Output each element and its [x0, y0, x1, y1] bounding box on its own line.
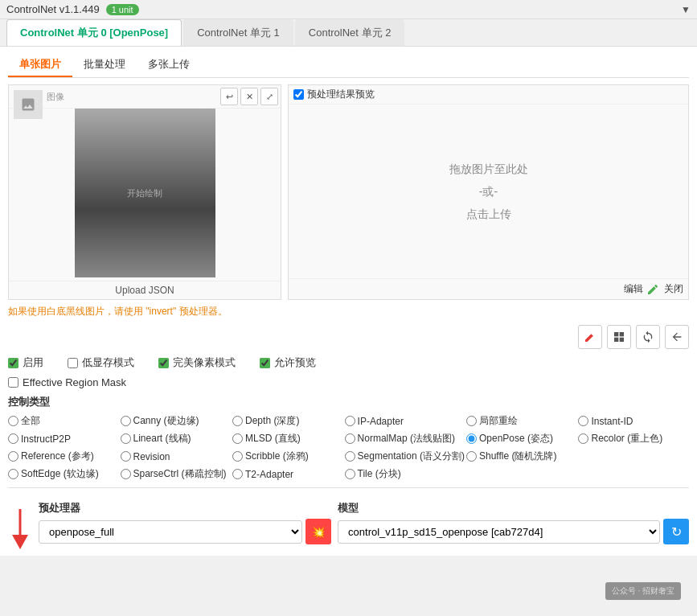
radio-all[interactable]: 全部 — [8, 414, 119, 428]
enable-checkbox[interactable] — [8, 358, 18, 368]
unit-tab-1[interactable]: ControlNet 单元 1 — [183, 19, 293, 46]
radio-normalmap[interactable]: NormalMap (法线贴图) — [345, 432, 465, 446]
checkbox-low-vram[interactable]: 低显存模式 — [68, 355, 134, 370]
radio-openpose[interactable]: OpenPose (姿态) — [466, 432, 577, 446]
unit-tab-2[interactable]: ControlNet 单元 2 — [295, 19, 405, 46]
checkbox-enable[interactable]: 启用 — [8, 355, 43, 370]
svg-rect-6 — [123, 211, 167, 264]
svg-point-12 — [147, 134, 154, 139]
preprocess-preview-toggle[interactable]: 预处理结果预览 — [293, 88, 375, 101]
control-type-label: 控制类型 — [8, 395, 689, 409]
image-upload-left[interactable]: 图像 ↩ ✕ ⤢ — [8, 84, 281, 300]
radio-reference[interactable]: Reference (参考) — [8, 450, 119, 463]
upload-json-label[interactable]: Upload JSON — [9, 281, 281, 299]
radio-grid: 全部 Canny (硬边缘) Depth (深度) IP-Adapter 局部重… — [8, 414, 689, 481]
preprocessor-model-row: 预处理器 openpose_full openpose openpose_fac… — [39, 501, 689, 544]
unit-tab-0[interactable]: ControlNet 单元 0 [OpenPose] — [6, 19, 182, 46]
model-label: 模型 — [338, 501, 689, 515]
action-icons-row — [8, 325, 689, 349]
clear-btn[interactable]: ✕ — [240, 88, 258, 105]
radio-instant-id[interactable]: Instant-ID — [578, 414, 689, 428]
preprocess-preview-label: 预处理结果预览 — [307, 88, 375, 101]
divider — [8, 487, 689, 488]
top-bar-left: ControlNet v1.1.449 1 unit — [6, 3, 139, 15]
radio-recolor[interactable]: Recolor (重上色) — [578, 432, 689, 446]
region-mask-checkbox[interactable] — [8, 377, 18, 388]
action-btn-3[interactable] — [636, 325, 660, 349]
checkbox-perfect-pixel[interactable]: 完美像素模式 — [158, 355, 236, 370]
uploaded-image: 开始绘制 — [75, 109, 215, 277]
undo-btn[interactable]: ↩ — [220, 88, 238, 105]
image-upload-right[interactable]: 预处理结果预览 拖放图片至此处 -或- 点击上传 编辑 — [288, 84, 689, 300]
svg-rect-13 — [614, 332, 618, 336]
svg-point-2 — [130, 115, 159, 150]
fire-button[interactable]: 💥 — [305, 519, 331, 544]
main-container: ControlNet v1.1.449 1 unit ▼ ControlNet … — [0, 0, 697, 556]
preprocessor-label: 预处理器 — [39, 501, 331, 515]
preprocess-preview-checkbox[interactable] — [293, 89, 304, 100]
image-right-toolbar: 预处理结果预览 — [289, 85, 688, 105]
watermark-overlay: 公众号 · 招财奢宝 — [605, 582, 681, 600]
drop-hint: 拖放图片至此处 -或- 点击上传 — [449, 158, 528, 225]
image-section: 图像 ↩ ✕ ⤢ — [8, 84, 689, 300]
svg-rect-14 — [620, 332, 624, 336]
watermark: 开始绘制 — [127, 187, 162, 199]
low-vram-checkbox[interactable] — [68, 358, 78, 368]
radio-segmentation[interactable]: Segmentation (语义分割) — [345, 450, 465, 463]
preprocessor-section: 预处理器 openpose_full openpose openpose_fac… — [39, 501, 331, 544]
edit-button[interactable]: 编辑 — [624, 282, 659, 296]
unit-badge: 1 unit — [106, 4, 139, 15]
radio-instructp2p[interactable]: InstructP2P — [8, 432, 119, 446]
arrow-indicator — [8, 495, 32, 549]
checkbox-allow-preview[interactable]: 允许预览 — [260, 355, 316, 370]
expand-btn[interactable]: ⤢ — [260, 88, 278, 105]
model-select[interactable]: control_v11p_sd15_openpose [cab727d4] — [338, 520, 660, 544]
unit-tabs: ControlNet 单元 0 [OpenPose] ControlNet 单元… — [0, 19, 697, 47]
svg-point-11 — [136, 134, 142, 139]
content-area: 单张图片 批量处理 多张上传 图像 ↩ ✕ ⤢ — [0, 47, 697, 556]
radio-inpaint[interactable]: 局部重绘 — [466, 414, 577, 428]
radio-shuffle[interactable]: Shuffle (随机洗牌) — [466, 450, 577, 463]
radio-sparsectrl[interactable]: SparseCtrl (稀疏控制) — [121, 467, 232, 481]
radio-mlsd[interactable]: MLSD (直线) — [232, 432, 343, 446]
tab-multi-upload[interactable]: 多张上传 — [137, 53, 201, 77]
svg-rect-16 — [620, 338, 624, 342]
svg-rect-9 — [125, 273, 142, 277]
selects-area: 预处理器 openpose_full openpose openpose_fac… — [39, 495, 689, 544]
sub-tabs: 单张图片 批量处理 多张上传 — [8, 53, 689, 78]
radio-ip-adapter[interactable]: IP-Adapter — [345, 414, 465, 428]
radio-t2adapter[interactable]: T2-Adapter — [232, 467, 343, 481]
collapse-arrow[interactable]: ▼ — [681, 4, 691, 15]
radio-lineart[interactable]: Lineart (线稿) — [121, 432, 232, 446]
perfect-pixel-checkbox[interactable] — [158, 358, 169, 368]
drop-zone[interactable]: 拖放图片至此处 -或- 点击上传 — [289, 105, 688, 278]
radio-softedge[interactable]: SoftEdge (软边缘) — [8, 467, 119, 481]
svg-rect-7 — [125, 261, 142, 277]
preprocessor-select[interactable]: openpose_full openpose openpose_face ope… — [39, 520, 302, 544]
action-btn-4[interactable] — [665, 325, 689, 349]
tab-batch[interactable]: 批量处理 — [72, 53, 137, 77]
action-btn-2[interactable] — [607, 325, 631, 349]
tab-single[interactable]: 单张图片 — [8, 53, 72, 77]
effective-region-mask[interactable]: Effective Region Mask — [8, 376, 689, 388]
radio-depth[interactable]: Depth (深度) — [232, 414, 343, 428]
svg-marker-18 — [12, 535, 28, 549]
radio-scribble[interactable]: Scribble (涂鸦) — [232, 450, 343, 463]
hint-text: 如果使用白底黑线图片，请使用 "invert" 预处理器。 — [8, 305, 689, 318]
action-btn-1[interactable] — [578, 325, 602, 349]
image-right-bottom: 编辑 关闭 — [289, 278, 688, 299]
model-select-wrapper: control_v11p_sd15_openpose [cab727d4] ↻ — [338, 519, 689, 544]
close-button[interactable]: 关闭 — [664, 282, 683, 296]
preprocessor-model-area: 预处理器 openpose_full openpose openpose_fac… — [8, 495, 689, 549]
svg-rect-8 — [146, 261, 163, 277]
svg-point-3 — [130, 113, 159, 136]
allow-preview-checkbox[interactable] — [260, 358, 270, 368]
radio-revision[interactable]: Revision — [121, 450, 232, 463]
image-container[interactable]: 开始绘制 — [9, 109, 281, 277]
radio-canny[interactable]: Canny (硬边缘) — [121, 414, 232, 428]
radio-tile[interactable]: Tile (分块) — [345, 467, 465, 481]
refresh-model-button[interactable]: ↻ — [663, 519, 689, 544]
image-toolbar: 图像 ↩ ✕ ⤢ — [9, 85, 281, 109]
svg-rect-5 — [141, 149, 149, 160]
region-mask-row: Effective Region Mask — [8, 376, 689, 388]
